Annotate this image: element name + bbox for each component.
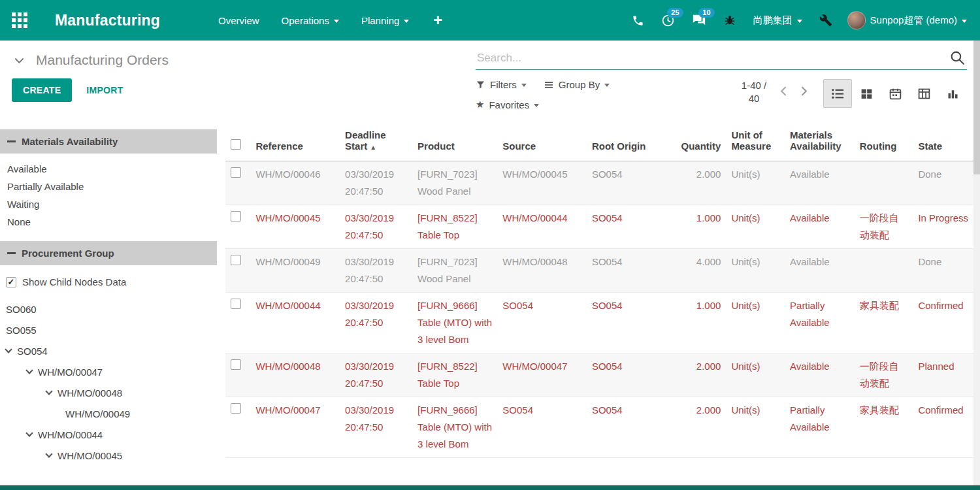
chevron-down-icon: [334, 20, 339, 23]
row-checkbox[interactable]: [231, 299, 241, 309]
phone-button[interactable]: [623, 0, 653, 41]
import-button[interactable]: IMPORT: [86, 85, 123, 95]
view-kanban-button[interactable]: [852, 79, 881, 108]
scrollbar-thumb[interactable]: [973, 41, 980, 174]
facet-waiting[interactable]: Waiting: [0, 195, 217, 213]
table-row[interactable]: WH/MO/00045 03/30/2019 20:47:50 [FURN_85…: [225, 205, 980, 249]
tree-item-wh-mo-00047[interactable]: WH/MO/00047: [0, 361, 217, 382]
column-reference[interactable]: Reference: [250, 125, 340, 161]
view-graph-icon: [946, 87, 960, 101]
tree-item-wh-mo-00049[interactable]: WH/MO/00049: [0, 403, 217, 424]
sort-asc-icon: ▲: [370, 144, 376, 151]
row-checkbox[interactable]: [231, 255, 241, 265]
table-row[interactable]: WH/MO/00046 03/30/2019 20:47:50 [FURN_70…: [225, 161, 980, 205]
chevron-down-icon: [521, 84, 527, 87]
column-product[interactable]: Product: [412, 125, 497, 161]
chevron-down-icon: [404, 20, 409, 23]
row-checkbox[interactable]: [231, 359, 241, 370]
activities-button[interactable]: 25: [653, 0, 683, 41]
breadcrumb: Manufacturing Orders: [13, 52, 476, 68]
chevron-down-icon[interactable]: [13, 54, 25, 67]
column-root-origin[interactable]: Root Origin: [587, 125, 676, 161]
table-row[interactable]: WH/MO/00047 03/30/2019 20:47:50 [FURN_96…: [225, 397, 980, 458]
favorites-menu[interactable]: ★ Favorites: [476, 99, 539, 110]
search-icon[interactable]: [949, 50, 966, 69]
column-availability[interactable]: Materials Availability: [785, 125, 855, 161]
bug-icon: [723, 14, 736, 27]
pager-range: 1-40 / 40: [736, 79, 772, 105]
facet-partially-available[interactable]: Partially Available: [0, 178, 217, 195]
user-menu[interactable]: Sunpop超管 (demo): [841, 11, 971, 29]
tree-item-so060[interactable]: SO060: [0, 299, 217, 319]
pager-previous-button[interactable]: [775, 82, 792, 102]
table-row[interactable]: WH/MO/00048 03/30/2019 20:47:50 [FURN_85…: [225, 353, 980, 397]
table-row[interactable]: WH/MO/00049 03/30/2019 20:47:50 [FURN_70…: [225, 249, 980, 293]
create-button[interactable]: CREATE: [12, 78, 72, 102]
column-deadline-start[interactable]: Deadline Start▲: [340, 125, 412, 161]
filter-icon: [476, 80, 485, 90]
apps-grid-icon[interactable]: [12, 12, 27, 28]
chevron-down-icon: [25, 429, 33, 436]
column-state[interactable]: State: [913, 125, 980, 161]
view-pivot-button[interactable]: [909, 79, 938, 108]
tree-item-wh-mo-00045[interactable]: WH/MO/00045: [0, 445, 217, 466]
column-source[interactable]: Source: [497, 125, 587, 161]
top-navbar: Manufacturing Overview Operations Planni…: [0, 0, 980, 41]
search-input[interactable]: [477, 52, 945, 65]
search-options: Filters Group By ★ Favorites: [476, 79, 638, 110]
row-checkbox[interactable]: [231, 403, 241, 414]
view-list-icon: [830, 86, 845, 101]
menu-planning[interactable]: Planning: [350, 0, 420, 41]
view-list-button[interactable]: [823, 79, 852, 108]
view-pivot-icon: [917, 87, 931, 101]
chevron-down-icon: [45, 387, 52, 395]
vertical-scrollbar[interactable]: [973, 41, 980, 485]
table-row[interactable]: WH/MO/00044 03/30/2019 20:47:50 [FURN_96…: [225, 293, 980, 353]
tree-item-so054[interactable]: SO054: [0, 340, 217, 361]
group-by-menu[interactable]: Group By: [544, 79, 610, 90]
procurement-tree: SO060 SO055 SO054 WH/MO/00047 WH/MO/0004…: [0, 299, 217, 466]
tree-item-wh-mo-00044[interactable]: WH/MO/00044: [0, 424, 217, 445]
pager-next-button[interactable]: [795, 82, 813, 102]
page-title: Manufacturing Orders: [36, 52, 169, 68]
filters-menu[interactable]: Filters: [476, 79, 527, 90]
add-menu-button[interactable]: +: [420, 0, 455, 41]
debug-button[interactable]: [715, 0, 745, 41]
column-uom[interactable]: Unit of Measure: [726, 125, 785, 161]
company-switcher[interactable]: 尚鹏集团: [745, 14, 811, 27]
show-child-nodes-checkbox[interactable]: ✓: [6, 277, 16, 287]
phone-icon: [632, 14, 644, 27]
favorites-star-icon: ★: [476, 99, 484, 110]
chevron-left-icon: [776, 84, 791, 99]
view-graph-button[interactable]: [938, 79, 967, 108]
chevron-down-icon: [604, 84, 610, 87]
tree-item-wh-mo-00048[interactable]: WH/MO/00048: [0, 382, 217, 403]
section-materials-availability[interactable]: Materials Availability: [0, 129, 217, 154]
select-all-checkbox[interactable]: [231, 139, 241, 150]
menu-operations[interactable]: Operations: [270, 0, 350, 41]
tree-item-so055[interactable]: SO055: [0, 319, 217, 340]
group-by-icon: [544, 80, 554, 90]
control-panel: Manufacturing Orders CREATE IMPORT Filte…: [0, 41, 980, 125]
activity-badge: 25: [667, 8, 683, 18]
window-bottom-edge: [0, 485, 980, 490]
column-routing[interactable]: Routing: [855, 125, 913, 161]
section-procurement-group[interactable]: Procurement Group: [0, 241, 217, 265]
chevron-down-icon: [45, 450, 52, 457]
facet-none[interactable]: None: [0, 213, 217, 231]
table-header-row: Reference Deadline Start▲ Product Source…: [225, 125, 980, 161]
search-bar: [476, 50, 967, 70]
settings-button[interactable]: [811, 0, 841, 41]
app-title: Manufacturing: [55, 12, 160, 29]
row-checkbox[interactable]: [231, 167, 241, 178]
column-quantity[interactable]: Quantity: [676, 125, 727, 161]
facet-available[interactable]: Available: [0, 160, 217, 178]
view-calendar-icon: [889, 87, 902, 101]
view-calendar-button[interactable]: [881, 79, 909, 108]
row-checkbox[interactable]: [231, 211, 241, 221]
menu-overview[interactable]: Overview: [207, 0, 270, 41]
search-panel-sidebar: Materials Availability Available Partial…: [0, 125, 217, 485]
list-view: Reference Deadline Start▲ Product Source…: [217, 125, 980, 485]
messages-button[interactable]: 10: [683, 0, 715, 41]
show-child-nodes-row: ✓ Show Child Nodes Data: [0, 272, 217, 292]
